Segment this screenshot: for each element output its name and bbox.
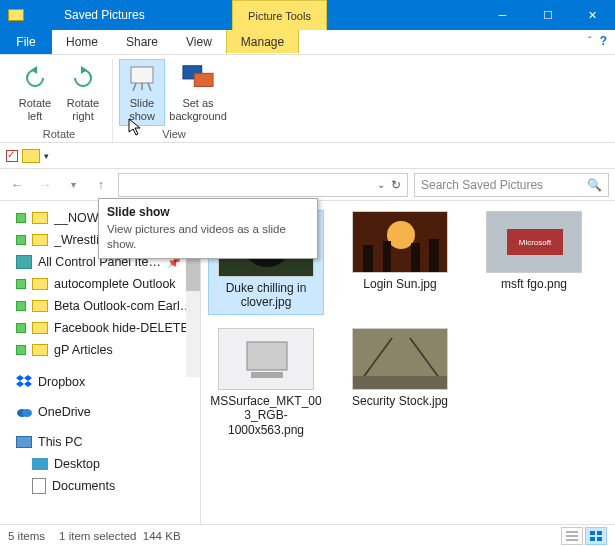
tree-item[interactable]: Beta Outlook-com Earl… <box>16 295 200 317</box>
slide-show-button[interactable]: Slide show <box>119 59 165 126</box>
ribbon: Rotate left Rotate right Rotate Slide sh… <box>0 55 615 143</box>
home-tab[interactable]: Home <box>52 30 112 54</box>
tree-onedrive[interactable]: OneDrive <box>16 401 200 423</box>
sync-badge-icon <box>16 279 26 289</box>
file-name: Duke chilling in clover.jpg <box>213 281 319 310</box>
rotate-left-icon <box>19 62 51 94</box>
svg-rect-21 <box>383 241 391 273</box>
tree-this-pc[interactable]: This PC <box>16 431 200 453</box>
sync-badge-icon <box>16 235 26 245</box>
search-input[interactable]: Search Saved Pictures 🔍 <box>414 173 609 197</box>
close-button[interactable]: ✕ <box>570 0 615 30</box>
ribbon-group-rotate: Rotate left Rotate right Rotate <box>6 59 113 142</box>
control-panel-icon <box>16 255 32 269</box>
context-tab-picture-tools[interactable]: Picture Tools <box>232 0 327 30</box>
folder-icon <box>22 149 40 163</box>
file-name: msft fgo.png <box>501 277 567 291</box>
status-bar: 5 items 1 item selected 144 KB <box>0 524 615 546</box>
tree-item[interactable]: autocomplete Outlook <box>16 273 200 295</box>
rotate-right-button[interactable]: Rotate right <box>60 59 106 126</box>
file-name: Login Sun.jpg <box>363 277 436 291</box>
thumbnail <box>352 328 448 390</box>
desktop-icon <box>32 458 48 470</box>
folder-icon <box>32 278 48 290</box>
desktop-bg-icon <box>182 62 214 94</box>
svg-rect-40 <box>597 537 602 541</box>
search-icon: 🔍 <box>587 178 602 192</box>
tree-item[interactable]: Facebook hide-DELETE <box>16 317 200 339</box>
recent-locations-button[interactable]: ▾ <box>62 174 84 196</box>
refresh-icon[interactable]: ↻ <box>391 178 401 192</box>
address-bar[interactable]: ⌄ ↻ <box>118 173 408 197</box>
collapse-ribbon-icon[interactable]: ˆ <box>588 35 592 47</box>
help-icon[interactable]: ? <box>600 34 607 48</box>
svg-rect-38 <box>597 531 602 535</box>
window-title: Saved Pictures <box>60 0 230 30</box>
folder-icon <box>32 322 48 334</box>
svg-rect-7 <box>194 73 213 86</box>
svg-rect-37 <box>590 531 595 535</box>
svg-marker-9 <box>16 375 24 381</box>
sync-badge-icon <box>16 345 26 355</box>
svg-marker-12 <box>24 381 32 387</box>
history-dropdown-icon[interactable]: ▾ <box>44 151 49 161</box>
tree-item[interactable]: gP Articles <box>16 339 200 361</box>
select-all-checkbox[interactable] <box>6 150 18 162</box>
forward-button[interactable]: → <box>34 174 56 196</box>
folder-icon <box>8 9 24 21</box>
ribbon-group-view: Slide show Set as background View <box>113 59 235 142</box>
svg-point-14 <box>22 409 32 417</box>
file-item[interactable]: Security Stock.jpg <box>343 328 457 437</box>
tooltip-title: Slide show <box>107 205 309 219</box>
title-bar: Saved Pictures Picture Tools ─ ☐ ✕ <box>0 0 615 30</box>
svg-rect-39 <box>590 537 595 541</box>
folder-icon <box>32 344 48 356</box>
thumbnail <box>218 328 314 390</box>
qat-icons <box>0 0 60 30</box>
sync-badge-icon <box>16 213 26 223</box>
svg-rect-20 <box>363 245 373 273</box>
manage-tab[interactable]: Manage <box>226 30 299 54</box>
sync-badge-icon <box>16 301 26 311</box>
file-item[interactable]: Login Sun.jpg <box>343 211 457 314</box>
svg-rect-33 <box>353 376 447 390</box>
thumbnails-view-button[interactable] <box>585 527 607 545</box>
svg-rect-28 <box>247 342 287 370</box>
file-name: MSSurface_MKT_003_RGB-1000x563.png <box>209 394 323 437</box>
minimize-button[interactable]: ─ <box>480 0 525 30</box>
rotate-left-button[interactable]: Rotate left <box>12 59 58 126</box>
svg-rect-8 <box>16 255 32 269</box>
onedrive-icon <box>16 406 32 418</box>
maximize-button[interactable]: ☐ <box>525 0 570 30</box>
file-tab[interactable]: File <box>0 30 52 54</box>
tree-desktop[interactable]: Desktop <box>16 453 200 475</box>
thumbnail <box>352 211 448 273</box>
folder-icon <box>32 234 48 246</box>
tree-dropbox[interactable]: Dropbox <box>16 371 200 393</box>
details-view-button[interactable] <box>561 527 583 545</box>
svg-marker-11 <box>16 381 24 387</box>
status-size: 144 KB <box>143 530 181 542</box>
file-item[interactable]: Microsoft msft fgo.png <box>477 211 591 314</box>
slideshow-icon <box>126 62 158 94</box>
chevron-down-icon[interactable]: ⌄ <box>377 179 385 190</box>
sync-badge-icon <box>16 323 26 333</box>
svg-rect-29 <box>251 372 283 378</box>
group-label-rotate: Rotate <box>43 126 75 142</box>
back-button[interactable]: ← <box>6 174 28 196</box>
svg-rect-22 <box>411 243 420 273</box>
status-selection: 1 item selected <box>59 530 136 542</box>
file-item[interactable]: MSSurface_MKT_003_RGB-1000x563.png <box>209 328 323 437</box>
set-as-background-button[interactable]: Set as background <box>167 59 229 126</box>
tooltip-body: View pictures and videos as a slide show… <box>107 222 309 252</box>
share-tab[interactable]: Share <box>112 30 172 54</box>
tree-documents[interactable]: Documents <box>16 475 200 497</box>
rotate-right-icon <box>67 62 99 94</box>
up-button[interactable]: ↑ <box>90 174 112 196</box>
svg-marker-1 <box>81 66 87 74</box>
group-label-view: View <box>162 126 186 142</box>
tooltip: Slide show View pictures and videos as a… <box>98 198 318 259</box>
view-tab[interactable]: View <box>172 30 226 54</box>
svg-marker-0 <box>31 66 37 74</box>
quick-access-row: ▾ <box>0 143 615 169</box>
